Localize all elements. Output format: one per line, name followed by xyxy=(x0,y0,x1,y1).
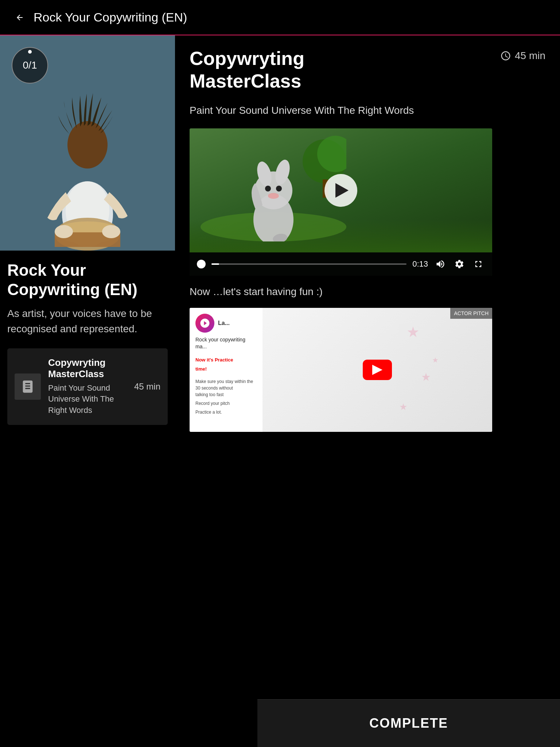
complete-button[interactable]: COMPLETE xyxy=(257,699,560,747)
lesson-duration: 45 min xyxy=(134,382,160,392)
svg-text:★: ★ xyxy=(421,371,431,383)
yt-channel-name: La... xyxy=(218,320,230,326)
time-badge: 45 min xyxy=(500,47,545,62)
fullscreen-button[interactable] xyxy=(472,258,485,271)
yt-bullets: Make sure you stay within the 30 seconds… xyxy=(195,378,257,415)
main-layout: 0/1 Rock Your Copywriting (EN) As artist… xyxy=(0,35,560,527)
svg-point-7 xyxy=(55,225,73,238)
svg-point-18 xyxy=(276,186,282,191)
video-progress-dot[interactable] xyxy=(197,260,206,268)
yt-now-practice: Now it's Practice xyxy=(195,357,257,363)
yt-channel-info: La... xyxy=(195,314,257,333)
svg-point-8 xyxy=(102,225,120,238)
youtube-embed[interactable]: La... Rock your copywriting ma... Now it… xyxy=(190,308,492,432)
complete-button-container: COMPLETE xyxy=(257,699,560,747)
back-button[interactable] xyxy=(13,11,26,24)
yt-main-area: ★ ★ ★ ★ ACTOR PITCH xyxy=(262,308,492,432)
header-title: Rock Your Copywriting (EN) xyxy=(34,10,187,24)
left-column: 0/1 Rock Your Copywriting (EN) As artist… xyxy=(0,35,175,435)
svg-point-3 xyxy=(67,121,108,169)
left-content: Rock Your Copywriting (EN) As artist, yo… xyxy=(0,251,175,435)
volume-button[interactable] xyxy=(434,258,447,271)
lesson-card[interactable]: Copywryting MasterClass Paint Your Sound… xyxy=(7,348,168,425)
yt-top-bar: ACTOR PITCH xyxy=(450,308,492,319)
video-time: 0:13 xyxy=(412,259,428,269)
fun-text: Now …let's start having fun :) xyxy=(190,286,545,298)
play-button[interactable] xyxy=(324,174,357,207)
svg-point-19 xyxy=(268,193,279,199)
title-time-row: Copywryting MasterClass 45 min xyxy=(190,47,545,93)
lesson-name: Copywryting MasterClass xyxy=(48,357,127,380)
svg-text:★: ★ xyxy=(432,356,439,364)
video-player[interactable]: 0:13 xyxy=(190,128,492,276)
hero-image: 0/1 xyxy=(0,35,175,251)
course-desc-left: As artist, your voices have to be recogn… xyxy=(7,306,168,337)
lesson-info: Copywryting MasterClass Paint Your Sound… xyxy=(48,357,127,416)
svg-point-17 xyxy=(265,186,271,191)
lesson-title-right: Copywryting MasterClass xyxy=(190,47,304,93)
yt-avatar xyxy=(195,314,214,333)
settings-button[interactable] xyxy=(453,258,466,271)
video-controls: 0:13 xyxy=(190,252,492,276)
lesson-desc-right: Paint Your Sound Universe With The Right… xyxy=(190,103,467,118)
header: Rock Your Copywriting (EN) xyxy=(0,0,560,35)
video-progress-bar[interactable] xyxy=(211,263,407,265)
progress-circle: 0/1 xyxy=(12,47,48,84)
right-column: Copywryting MasterClass 45 min Paint You… xyxy=(175,35,560,527)
yt-left-panel: La... Rock your copywriting ma... Now it… xyxy=(190,308,262,432)
progress-text: 0/1 xyxy=(23,59,37,71)
svg-text:★: ★ xyxy=(407,324,420,340)
lesson-icon xyxy=(15,374,41,400)
video-progress-fill xyxy=(211,263,219,265)
yt-top-text: ACTOR PITCH xyxy=(454,310,489,316)
video-screen xyxy=(190,128,492,252)
course-title-left: Rock Your Copywriting (EN) xyxy=(7,261,168,299)
svg-text:★: ★ xyxy=(399,402,407,412)
lesson-subtitle: Paint Your Sound Universe With The Right… xyxy=(48,383,127,416)
duration-text: 45 min xyxy=(515,50,545,62)
yt-play-button[interactable] xyxy=(363,360,392,380)
yt-video-title: Rock your copywriting ma... xyxy=(195,336,257,351)
yt-time-label: time! xyxy=(195,366,257,372)
bottom-spacer xyxy=(190,442,545,515)
progress-dot xyxy=(28,50,32,54)
